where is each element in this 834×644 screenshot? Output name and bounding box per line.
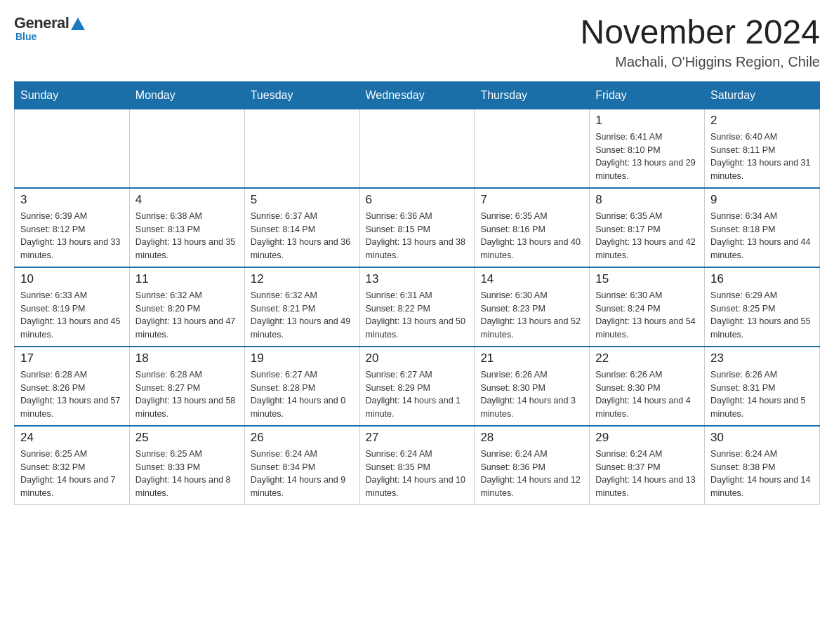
day-info: Sunrise: 6:37 AMSunset: 8:14 PMDaylight:… bbox=[251, 210, 354, 262]
calendar-cell: 5Sunrise: 6:37 AMSunset: 8:14 PMDaylight… bbox=[244, 188, 359, 267]
day-number: 15 bbox=[595, 272, 699, 286]
day-info: Sunrise: 6:25 AMSunset: 8:33 PMDaylight:… bbox=[135, 448, 239, 500]
weekday-header-monday: Monday bbox=[129, 81, 244, 109]
day-number: 16 bbox=[710, 272, 814, 286]
day-number: 30 bbox=[710, 431, 814, 445]
calendar-subtitle: Machali, O'Higgins Region, Chile bbox=[580, 54, 820, 70]
calendar-cell: 21Sunrise: 6:26 AMSunset: 8:30 PMDayligh… bbox=[475, 347, 590, 426]
calendar-cell bbox=[15, 109, 130, 188]
day-info: Sunrise: 6:34 AMSunset: 8:18 PMDaylight:… bbox=[710, 210, 814, 262]
calendar-cell bbox=[475, 109, 590, 188]
day-info: Sunrise: 6:31 AMSunset: 8:22 PMDaylight:… bbox=[366, 289, 469, 342]
calendar-cell bbox=[359, 109, 475, 188]
day-number: 17 bbox=[20, 351, 124, 365]
day-info: Sunrise: 6:30 AMSunset: 8:23 PMDaylight:… bbox=[480, 289, 583, 342]
day-info: Sunrise: 6:32 AMSunset: 8:21 PMDaylight:… bbox=[251, 289, 354, 342]
calendar-week-row: 10Sunrise: 6:33 AMSunset: 8:19 PMDayligh… bbox=[15, 267, 820, 347]
page-header: General Blue November 2024 Machali, O'Hi… bbox=[14, 14, 820, 70]
day-number: 1 bbox=[595, 114, 699, 128]
calendar-cell: 23Sunrise: 6:26 AMSunset: 8:31 PMDayligh… bbox=[705, 347, 820, 426]
calendar-cell: 11Sunrise: 6:32 AMSunset: 8:20 PMDayligh… bbox=[129, 267, 244, 347]
day-info: Sunrise: 6:28 AMSunset: 8:27 PMDaylight:… bbox=[135, 368, 239, 421]
calendar-cell: 6Sunrise: 6:36 AMSunset: 8:15 PMDaylight… bbox=[359, 188, 475, 267]
weekday-header-tuesday: Tuesday bbox=[244, 81, 359, 109]
day-info: Sunrise: 6:24 AMSunset: 8:38 PMDaylight:… bbox=[710, 448, 814, 500]
logo-general-text: General bbox=[14, 14, 69, 32]
day-info: Sunrise: 6:41 AMSunset: 8:10 PMDaylight:… bbox=[595, 130, 699, 183]
day-number: 11 bbox=[135, 272, 239, 286]
calendar-cell: 15Sunrise: 6:30 AMSunset: 8:24 PMDayligh… bbox=[590, 267, 705, 347]
day-info: Sunrise: 6:28 AMSunset: 8:26 PMDaylight:… bbox=[20, 368, 124, 421]
day-number: 27 bbox=[366, 431, 469, 445]
calendar-table: SundayMondayTuesdayWednesdayThursdayFrid… bbox=[14, 81, 820, 505]
calendar-cell: 16Sunrise: 6:29 AMSunset: 8:25 PMDayligh… bbox=[705, 267, 820, 347]
day-number: 26 bbox=[251, 431, 354, 445]
calendar-cell: 8Sunrise: 6:35 AMSunset: 8:17 PMDaylight… bbox=[590, 188, 705, 267]
calendar-cell: 13Sunrise: 6:31 AMSunset: 8:22 PMDayligh… bbox=[359, 267, 475, 347]
title-area: November 2024 Machali, O'Higgins Region,… bbox=[580, 14, 820, 70]
calendar-week-row: 17Sunrise: 6:28 AMSunset: 8:26 PMDayligh… bbox=[15, 347, 820, 426]
day-info: Sunrise: 6:24 AMSunset: 8:35 PMDaylight:… bbox=[366, 448, 469, 500]
day-number: 25 bbox=[135, 431, 239, 445]
calendar-cell: 18Sunrise: 6:28 AMSunset: 8:27 PMDayligh… bbox=[129, 347, 244, 426]
logo-triangle-icon bbox=[71, 18, 85, 30]
day-info: Sunrise: 6:24 AMSunset: 8:34 PMDaylight:… bbox=[251, 448, 354, 500]
calendar-cell: 24Sunrise: 6:25 AMSunset: 8:32 PMDayligh… bbox=[15, 426, 130, 505]
calendar-cell: 10Sunrise: 6:33 AMSunset: 8:19 PMDayligh… bbox=[15, 267, 130, 347]
day-info: Sunrise: 6:36 AMSunset: 8:15 PMDaylight:… bbox=[366, 210, 469, 262]
calendar-cell: 1Sunrise: 6:41 AMSunset: 8:10 PMDaylight… bbox=[590, 109, 705, 188]
weekday-header-friday: Friday bbox=[590, 81, 705, 109]
day-number: 4 bbox=[135, 193, 239, 207]
day-number: 9 bbox=[710, 193, 814, 207]
weekday-header-wednesday: Wednesday bbox=[359, 81, 475, 109]
calendar-cell: 28Sunrise: 6:24 AMSunset: 8:36 PMDayligh… bbox=[475, 426, 590, 505]
calendar-cell: 12Sunrise: 6:32 AMSunset: 8:21 PMDayligh… bbox=[244, 267, 359, 347]
day-number: 28 bbox=[480, 431, 583, 445]
logo-blue-bottom: Blue bbox=[15, 31, 37, 42]
day-number: 3 bbox=[20, 193, 124, 207]
day-number: 8 bbox=[595, 193, 699, 207]
day-number: 5 bbox=[251, 193, 354, 207]
weekday-header-row: SundayMondayTuesdayWednesdayThursdayFrid… bbox=[15, 81, 820, 109]
day-number: 20 bbox=[366, 351, 469, 365]
calendar-title: November 2024 bbox=[580, 14, 820, 51]
calendar-cell: 26Sunrise: 6:24 AMSunset: 8:34 PMDayligh… bbox=[244, 426, 359, 505]
day-number: 2 bbox=[710, 114, 814, 128]
weekday-header-thursday: Thursday bbox=[475, 81, 590, 109]
calendar-cell: 25Sunrise: 6:25 AMSunset: 8:33 PMDayligh… bbox=[129, 426, 244, 505]
day-number: 18 bbox=[135, 351, 239, 365]
weekday-header-saturday: Saturday bbox=[705, 81, 820, 109]
day-number: 12 bbox=[251, 272, 354, 286]
day-number: 29 bbox=[595, 431, 699, 445]
logo: General Blue bbox=[14, 14, 86, 42]
calendar-cell: 3Sunrise: 6:39 AMSunset: 8:12 PMDaylight… bbox=[15, 188, 130, 267]
day-info: Sunrise: 6:25 AMSunset: 8:32 PMDaylight:… bbox=[20, 448, 124, 500]
day-info: Sunrise: 6:40 AMSunset: 8:11 PMDaylight:… bbox=[710, 130, 814, 183]
weekday-header-sunday: Sunday bbox=[15, 81, 130, 109]
calendar-cell: 19Sunrise: 6:27 AMSunset: 8:28 PMDayligh… bbox=[244, 347, 359, 426]
calendar-cell bbox=[129, 109, 244, 188]
day-number: 22 bbox=[595, 351, 699, 365]
day-info: Sunrise: 6:30 AMSunset: 8:24 PMDaylight:… bbox=[595, 289, 699, 342]
day-number: 6 bbox=[366, 193, 469, 207]
day-info: Sunrise: 6:39 AMSunset: 8:12 PMDaylight:… bbox=[20, 210, 124, 262]
day-number: 21 bbox=[480, 351, 583, 365]
calendar-cell: 27Sunrise: 6:24 AMSunset: 8:35 PMDayligh… bbox=[359, 426, 475, 505]
day-number: 14 bbox=[480, 272, 583, 286]
calendar-cell: 14Sunrise: 6:30 AMSunset: 8:23 PMDayligh… bbox=[475, 267, 590, 347]
day-number: 23 bbox=[710, 351, 814, 365]
day-info: Sunrise: 6:26 AMSunset: 8:30 PMDaylight:… bbox=[595, 368, 699, 421]
day-info: Sunrise: 6:32 AMSunset: 8:20 PMDaylight:… bbox=[135, 289, 239, 342]
day-info: Sunrise: 6:26 AMSunset: 8:31 PMDaylight:… bbox=[710, 368, 814, 421]
day-number: 7 bbox=[480, 193, 583, 207]
day-info: Sunrise: 6:35 AMSunset: 8:16 PMDaylight:… bbox=[480, 210, 583, 262]
day-info: Sunrise: 6:27 AMSunset: 8:28 PMDaylight:… bbox=[251, 368, 354, 421]
day-info: Sunrise: 6:33 AMSunset: 8:19 PMDaylight:… bbox=[20, 289, 124, 342]
calendar-cell: 7Sunrise: 6:35 AMSunset: 8:16 PMDaylight… bbox=[475, 188, 590, 267]
day-info: Sunrise: 6:29 AMSunset: 8:25 PMDaylight:… bbox=[710, 289, 814, 342]
day-info: Sunrise: 6:27 AMSunset: 8:29 PMDaylight:… bbox=[366, 368, 469, 421]
day-info: Sunrise: 6:35 AMSunset: 8:17 PMDaylight:… bbox=[595, 210, 699, 262]
day-number: 19 bbox=[251, 351, 354, 365]
calendar-cell: 4Sunrise: 6:38 AMSunset: 8:13 PMDaylight… bbox=[129, 188, 244, 267]
calendar-week-row: 3Sunrise: 6:39 AMSunset: 8:12 PMDaylight… bbox=[15, 188, 820, 267]
